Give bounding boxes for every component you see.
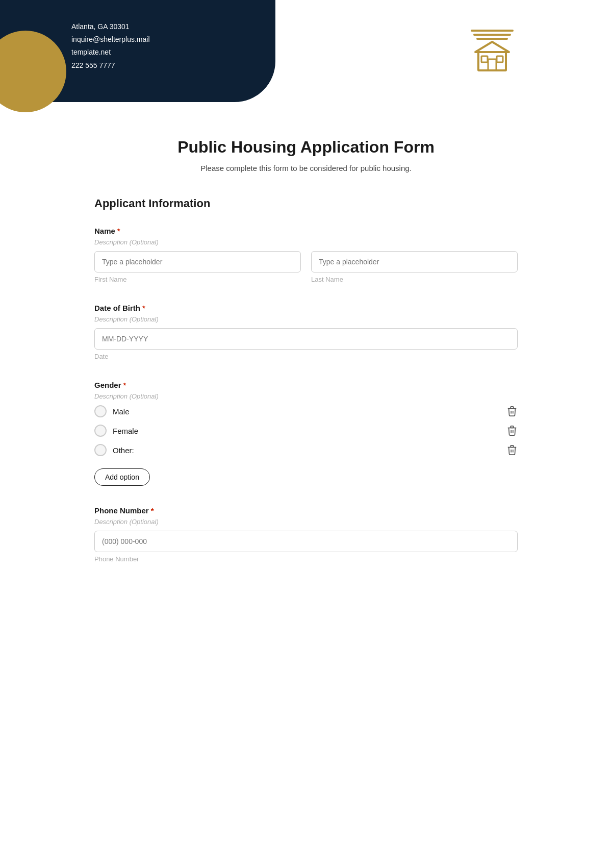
radio-male-label: Male [113, 407, 130, 416]
add-option-button[interactable]: Add option [94, 468, 150, 486]
header-logo [464, 15, 520, 71]
section-applicant-title: Applicant Information [94, 197, 518, 210]
svg-rect-6 [497, 56, 503, 62]
gender-option-female: Female [94, 425, 518, 437]
name-label: Name * [94, 227, 518, 235]
header-contact-info: Atlanta, GA 30301 inquire@shelterplus.ma… [71, 20, 150, 72]
phone-sublabel: Phone Number [94, 555, 518, 563]
delete-female-icon[interactable] [506, 425, 518, 436]
svg-rect-5 [481, 56, 488, 62]
phone-required-star: * [151, 506, 154, 515]
svg-rect-9 [511, 426, 514, 428]
name-required-star: * [117, 227, 120, 235]
gender-label: Gender * [94, 381, 518, 389]
field-group-name: Name * Description (Optional) First Name… [94, 227, 518, 283]
field-group-dob: Date of Birth * Description (Optional) D… [94, 304, 518, 360]
header-email: inquire@shelterplus.mail [71, 33, 150, 46]
company-logo-icon [464, 15, 520, 71]
header-phone: 222 555 7777 [71, 59, 150, 72]
header-website: template.net [71, 46, 150, 59]
page-title: Public Housing Application Form [94, 138, 518, 157]
svg-marker-3 [475, 42, 509, 52]
header-address: Atlanta, GA 30301 [71, 20, 150, 33]
gender-description: Description (Optional) [94, 392, 518, 400]
svg-rect-7 [488, 59, 496, 70]
phone-description: Description (Optional) [94, 518, 518, 526]
phone-label: Phone Number * [94, 506, 518, 515]
radio-male-circle[interactable] [94, 405, 107, 417]
radio-female-circle[interactable] [94, 425, 107, 437]
field-group-gender: Gender * Description (Optional) Male Fem… [94, 381, 518, 486]
dob-description: Description (Optional) [94, 315, 518, 323]
gender-required-star: * [123, 381, 126, 389]
header: Atlanta, GA 30301 inquire@shelterplus.ma… [0, 0, 612, 112]
dob-input[interactable] [94, 328, 518, 350]
page-subtitle: Please complete this form to be consider… [94, 164, 518, 172]
radio-other-label: Other: [113, 446, 134, 455]
dob-sublabel: Date [94, 353, 518, 360]
last-name-wrapper: Last Name [311, 251, 518, 283]
first-name-wrapper: First Name [94, 251, 301, 283]
last-name-input[interactable] [311, 251, 518, 272]
svg-rect-8 [511, 407, 514, 409]
dob-label: Date of Birth * [94, 304, 518, 312]
last-name-sublabel: Last Name [311, 276, 518, 283]
phone-input[interactable] [94, 531, 518, 552]
gender-option-male: Male [94, 405, 518, 417]
delete-male-icon[interactable] [506, 406, 518, 417]
svg-rect-4 [478, 52, 506, 70]
name-description: Description (Optional) [94, 238, 518, 246]
add-option-label: Add option [105, 473, 139, 481]
first-name-input[interactable] [94, 251, 301, 272]
field-group-phone: Phone Number * Description (Optional) Ph… [94, 506, 518, 563]
dob-required-star: * [142, 304, 145, 312]
name-inputs-row: First Name Last Name [94, 251, 518, 283]
delete-other-icon[interactable] [506, 444, 518, 456]
svg-rect-10 [511, 445, 514, 448]
gender-option-other: Other: [94, 444, 518, 456]
radio-other-circle[interactable] [94, 444, 107, 456]
main-content: Public Housing Application Form Please c… [0, 112, 612, 609]
first-name-sublabel: First Name [94, 276, 301, 283]
radio-female-label: Female [113, 427, 138, 435]
